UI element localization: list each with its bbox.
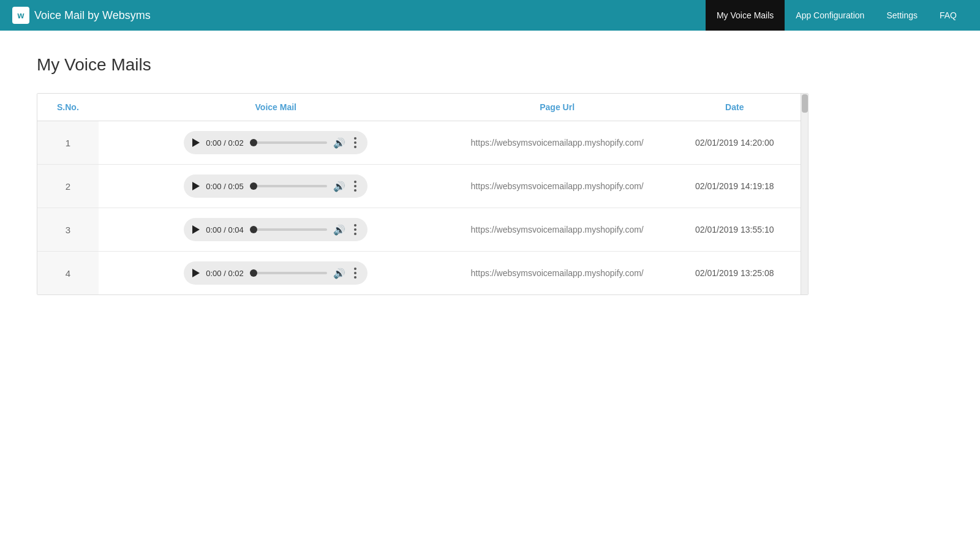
volume-icon-3[interactable]: 🔊: [333, 268, 345, 279]
more-options-icon-2[interactable]: [352, 223, 359, 236]
cell-date-1: 02/01/2019 14:19:18: [662, 165, 808, 208]
audio-player-0: 0:00 / 0:02🔊: [184, 131, 368, 154]
nav-link-my-voice-mails[interactable]: My Voice Mails: [706, 0, 785, 31]
volume-icon-0[interactable]: 🔊: [333, 137, 345, 149]
progress-bar-1[interactable]: [250, 185, 328, 187]
progress-bar-2[interactable]: [250, 228, 328, 231]
brand-icon: w: [12, 7, 29, 24]
cell-sno-0: 1: [37, 121, 99, 165]
page-title: My Voice Mails: [37, 55, 943, 75]
play-button-0[interactable]: [192, 138, 200, 147]
cell-sno-3: 4: [37, 252, 99, 295]
audio-player-2: 0:00 / 0:04🔊: [184, 218, 368, 241]
scrollbar[interactable]: [801, 94, 808, 294]
audio-player-1: 0:00 / 0:05🔊: [184, 174, 368, 198]
cell-voicemail-1: 0:00 / 0:05🔊: [99, 165, 453, 208]
cell-url-3: https://websymsvoicemailapp.myshopify.co…: [453, 252, 662, 295]
table-row: 30:00 / 0:04🔊https://websymsvoicemailapp…: [37, 208, 808, 252]
time-label-2: 0:00 / 0:04: [206, 225, 243, 234]
cell-date-0: 02/01/2019 14:20:00: [662, 121, 808, 165]
progress-dot-1: [250, 182, 257, 190]
nav-links: My Voice MailsApp ConfigurationSettingsF…: [706, 0, 968, 31]
time-label-1: 0:00 / 0:05: [206, 182, 243, 191]
time-label-0: 0:00 / 0:02: [206, 138, 243, 148]
volume-icon-2[interactable]: 🔊: [333, 224, 345, 236]
scrollbar-thumb[interactable]: [802, 94, 808, 113]
voicemail-table: S.No. Voice Mail Page Url Date 10:00 / 0…: [37, 94, 808, 294]
audio-player-3: 0:00 / 0:02🔊: [184, 261, 368, 285]
more-options-icon-1[interactable]: [352, 179, 359, 193]
cell-voicemail-3: 0:00 / 0:02🔊: [99, 252, 453, 295]
cell-date-3: 02/01/2019 13:25:08: [662, 252, 808, 295]
cell-voicemail-2: 0:00 / 0:04🔊: [99, 208, 453, 252]
table-row: 40:00 / 0:02🔊https://websymsvoicemailapp…: [37, 252, 808, 295]
time-label-3: 0:00 / 0:02: [206, 269, 243, 278]
play-button-3[interactable]: [192, 269, 200, 277]
cell-sno-2: 3: [37, 208, 99, 252]
col-header-sno: S.No.: [37, 94, 99, 121]
table-row: 10:00 / 0:02🔊https://websymsvoicemailapp…: [37, 121, 808, 165]
cell-date-2: 02/01/2019 13:55:10: [662, 208, 808, 252]
brand-name: Voice Mail by Websyms: [34, 9, 151, 22]
table-row: 20:00 / 0:05🔊https://websymsvoicemailapp…: [37, 165, 808, 208]
cell-url-0: https://websymsvoicemailapp.myshopify.co…: [453, 121, 662, 165]
progress-dot-3: [250, 269, 257, 277]
nav-link-app-configuration[interactable]: App Configuration: [785, 0, 875, 31]
navbar: w Voice Mail by Websyms My Voice MailsAp…: [0, 0, 980, 31]
progress-dot-0: [250, 139, 257, 146]
progress-dot-2: [250, 226, 257, 233]
cell-url-2: https://websymsvoicemailapp.myshopify.co…: [453, 208, 662, 252]
progress-bar-3[interactable]: [250, 272, 328, 274]
play-button-1[interactable]: [192, 182, 200, 190]
more-options-icon-0[interactable]: [352, 136, 359, 149]
col-header-pageurl: Page Url: [453, 94, 662, 121]
cell-url-1: https://websymsvoicemailapp.myshopify.co…: [453, 165, 662, 208]
col-header-voicemail: Voice Mail: [99, 94, 453, 121]
col-header-date: Date: [662, 94, 808, 121]
play-button-2[interactable]: [192, 225, 200, 234]
nav-link-faq[interactable]: FAQ: [929, 0, 968, 31]
page-content: My Voice Mails S.No. Voice Mail Page Url…: [0, 31, 980, 551]
voicemail-table-wrapper: S.No. Voice Mail Page Url Date 10:00 / 0…: [37, 93, 809, 295]
table-header: S.No. Voice Mail Page Url Date: [37, 94, 808, 121]
progress-bar-0[interactable]: [250, 141, 328, 144]
volume-icon-1[interactable]: 🔊: [333, 181, 345, 192]
brand: w Voice Mail by Websyms: [12, 7, 706, 24]
nav-link-settings[interactable]: Settings: [875, 0, 929, 31]
cell-voicemail-0: 0:00 / 0:02🔊: [99, 121, 453, 165]
cell-sno-1: 2: [37, 165, 99, 208]
table-body: 10:00 / 0:02🔊https://websymsvoicemailapp…: [37, 121, 808, 295]
more-options-icon-3[interactable]: [352, 266, 359, 280]
